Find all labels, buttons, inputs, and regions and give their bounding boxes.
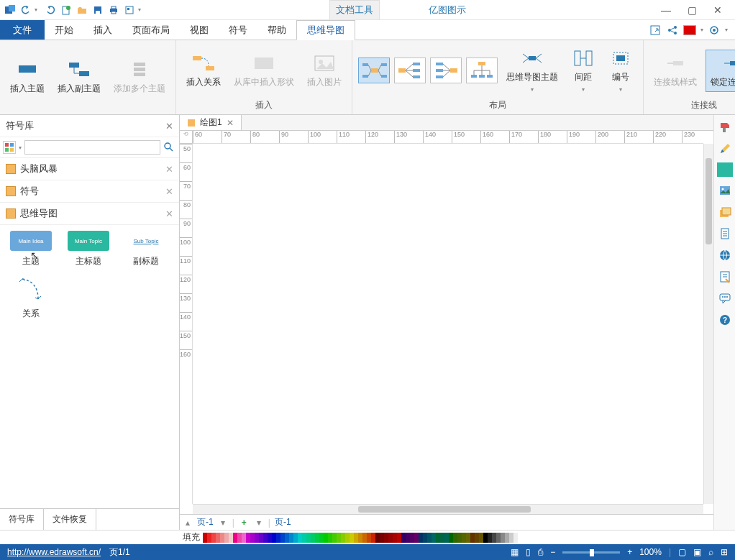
left-tab-library[interactable]: 符号库 xyxy=(0,509,44,530)
insert-image-button[interactable]: 插入图片 xyxy=(303,50,346,91)
page-nav-down-icon[interactable]: ▾ xyxy=(218,518,228,528)
zoom-out-icon[interactable]: − xyxy=(550,547,555,557)
category-close-icon[interactable]: ✕ xyxy=(165,164,173,175)
layout-right-button[interactable] xyxy=(394,58,426,83)
zoom-in-icon[interactable]: + xyxy=(627,547,632,557)
spacing-button[interactable]: 间距▾ xyxy=(567,45,600,96)
drawing-canvas[interactable] xyxy=(193,144,703,504)
minimize-icon[interactable]: — xyxy=(656,3,676,17)
settings-icon[interactable] xyxy=(708,24,721,37)
zoom-slider[interactable] xyxy=(562,551,620,554)
fit-page-icon[interactable]: ▢ xyxy=(678,547,686,557)
page-panel-icon[interactable] xyxy=(717,226,733,242)
vertical-ruler[interactable]: 5060708090100110120130140150160 xyxy=(180,144,193,504)
shape-relation[interactable]: 关系 xyxy=(6,275,56,320)
tab-start[interactable]: 开始 xyxy=(45,20,83,40)
document-tab-close-icon[interactable]: ✕ xyxy=(227,118,234,128)
page-nav-down2-icon[interactable]: ▾ xyxy=(254,518,264,528)
svg-rect-43 xyxy=(479,75,485,78)
svg-rect-46 xyxy=(575,51,580,65)
globe-icon[interactable] xyxy=(717,247,733,263)
document-tab[interactable]: 绘图1 ✕ xyxy=(180,115,242,130)
fit-width-icon[interactable]: ▣ xyxy=(693,547,701,557)
save-icon[interactable] xyxy=(91,3,105,17)
close-icon[interactable]: ✕ xyxy=(708,3,728,17)
layers-icon[interactable] xyxy=(717,204,733,220)
shape-main-topic[interactable]: Main Topic 主标题 xyxy=(63,231,114,267)
category-close-icon[interactable]: ✕ xyxy=(165,186,173,197)
ruler-corner[interactable]: ⟲ xyxy=(180,131,193,144)
color-palette-strip[interactable] xyxy=(203,533,735,543)
connector-style-button[interactable]: 连接线样式 xyxy=(649,50,701,91)
file-tab[interactable]: 文件 xyxy=(0,20,45,40)
edit-pencil-icon[interactable] xyxy=(717,141,733,157)
new-icon[interactable] xyxy=(59,3,73,17)
vertical-scrollbar[interactable] xyxy=(703,144,713,504)
open-icon[interactable] xyxy=(75,3,89,17)
add-page-icon[interactable]: + xyxy=(239,518,250,528)
layout-tree-button[interactable] xyxy=(466,58,498,83)
title-context-tab[interactable]: 文档工具 xyxy=(329,0,380,19)
image-panel-icon[interactable] xyxy=(717,183,733,198)
page-nav-up-icon[interactable]: ▴ xyxy=(183,518,193,528)
options-icon[interactable] xyxy=(122,3,137,17)
app-icon[interactable] xyxy=(3,3,17,17)
category-brainstorm[interactable]: 头脑风暴✕ xyxy=(0,158,179,180)
shape-main-idea[interactable]: Main Idea ↖ 主题 xyxy=(6,231,56,267)
add-multiple-topics-button[interactable]: 添加多个主题 xyxy=(109,57,170,98)
print-icon[interactable] xyxy=(106,3,121,17)
svg-rect-33 xyxy=(398,68,406,73)
view-mode1-icon[interactable]: ▦ xyxy=(511,547,519,557)
share-export-icon[interactable] xyxy=(649,24,662,37)
view-mode3-icon[interactable]: ⎙ xyxy=(538,547,543,557)
shape-sub-topic[interactable]: Sub Topic 副标题 xyxy=(121,231,171,267)
library-picker-icon[interactable] xyxy=(3,141,16,154)
lock-connectors-button[interactable]: 锁定连接线 xyxy=(706,50,735,92)
page-tab-current[interactable]: 页-1 xyxy=(197,516,214,528)
page-tab-next[interactable]: 页-1 xyxy=(275,516,291,528)
fit-selection-icon[interactable]: ⌕ xyxy=(708,547,713,557)
maximize-icon[interactable]: ▢ xyxy=(682,3,702,17)
insert-topic-button[interactable]: 插入主题 xyxy=(6,57,49,98)
panel-close-icon[interactable]: ✕ xyxy=(165,121,173,132)
redo-icon[interactable] xyxy=(43,3,58,17)
insert-shape-from-library-button[interactable]: 从库中插入形状 xyxy=(229,50,298,91)
symbol-search-input[interactable] xyxy=(24,140,160,155)
comment-icon[interactable] xyxy=(717,290,733,306)
mindmap-theme-button[interactable]: 思维导图主题▾ xyxy=(502,45,562,96)
undo-icon[interactable] xyxy=(19,3,33,17)
theme-color-icon[interactable] xyxy=(717,162,733,177)
status-url-link[interactable]: http://www.edrawsoft.cn/ xyxy=(7,547,101,557)
category-symbols[interactable]: 符号✕ xyxy=(0,180,179,203)
tab-insert[interactable]: 插入 xyxy=(83,20,122,40)
category-close-icon[interactable]: ✕ xyxy=(165,208,173,219)
undo-dropdown[interactable]: ▾ xyxy=(35,6,42,13)
tab-symbol[interactable]: 符号 xyxy=(219,20,257,40)
numbering-button[interactable]: 编号▾ xyxy=(604,45,637,96)
insert-relation-button[interactable]: 插入关系 xyxy=(182,50,225,91)
horizontal-ruler[interactable]: 6070809010011012013014015016017018019020… xyxy=(193,131,703,144)
left-tab-recovery[interactable]: 文件恢复 xyxy=(44,509,96,530)
format-painter-icon[interactable] xyxy=(717,119,733,135)
color-theme-swatch[interactable] xyxy=(683,24,696,37)
search-icon[interactable] xyxy=(163,142,176,154)
options-dropdown[interactable]: ▾ xyxy=(138,6,145,13)
notes-icon[interactable] xyxy=(717,269,733,285)
help-icon[interactable]: ? xyxy=(717,312,733,328)
share-icon[interactable] xyxy=(666,24,679,37)
zoom-value[interactable]: 100% xyxy=(639,547,662,557)
tab-mindmap[interactable]: 思维导图 xyxy=(296,20,355,40)
ribbon-group-insert-topics: 插入主题 插入副主题 添加多个主题 xyxy=(0,40,176,114)
tab-help[interactable]: 帮助 xyxy=(257,20,296,40)
fullscreen-icon[interactable]: ⊞ xyxy=(721,547,728,557)
view-mode2-icon[interactable]: ▯ xyxy=(526,547,531,557)
shape-label: 主标题 xyxy=(76,255,101,267)
horizontal-scrollbar[interactable] xyxy=(193,504,703,514)
category-mindmap[interactable]: 思维导图✕ xyxy=(0,203,179,225)
insert-subtopic-button[interactable]: 插入副主题 xyxy=(53,57,105,98)
fill-label: 填充 xyxy=(183,531,200,543)
tab-page-layout[interactable]: 页面布局 xyxy=(122,20,180,40)
layout-left-button[interactable] xyxy=(430,58,462,83)
tab-view[interactable]: 视图 xyxy=(180,20,219,40)
layout-radial-button[interactable] xyxy=(358,58,390,83)
